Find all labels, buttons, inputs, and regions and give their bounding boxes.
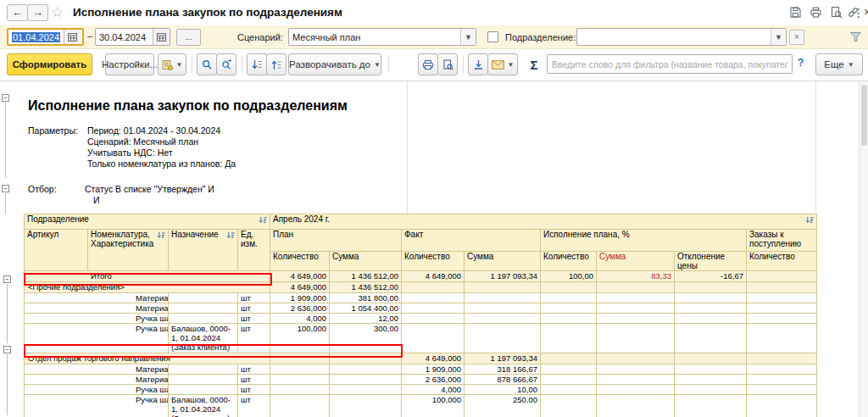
- print-preview-button[interactable]: [437, 53, 458, 75]
- cell-unit[interactable]: шт: [238, 324, 270, 353]
- table-row[interactable]: Ручка шариковая,Балашов, 0000-1, 01.04.2…: [25, 324, 817, 353]
- cell-plan-qty[interactable]: 1 909,000: [270, 293, 330, 303]
- cell-fact-sum[interactable]: [465, 282, 541, 293]
- cell-plan-sum[interactable]: [330, 395, 402, 417]
- table-row[interactable]: Материал 2,шт2 636,000878 666,67: [25, 375, 817, 385]
- cell-plan-sum[interactable]: 1 436 512,00: [330, 282, 402, 293]
- header-period[interactable]: Апрель 2024 г.: [270, 214, 817, 230]
- period-more-button[interactable]: ...: [176, 29, 201, 46]
- cell-exec-qty[interactable]: [541, 353, 597, 364]
- cell-nomenclature[interactable]: Материал 2,: [25, 375, 169, 385]
- cell-group-name[interactable]: Отдел продаж торгового направления: [25, 353, 270, 364]
- scenario-combobox[interactable]: Месячный план ▼: [288, 28, 476, 46]
- cell-price-dev[interactable]: [675, 282, 747, 293]
- cell-unit[interactable]: шт: [238, 385, 270, 395]
- cell-nomenclature[interactable]: Ручка шариковая,: [25, 395, 169, 417]
- department-clear-button[interactable]: ×: [789, 30, 804, 45]
- cell-fact-sum[interactable]: 318 166,67: [465, 364, 541, 375]
- header-price-dev[interactable]: Отклонение цены: [675, 252, 747, 271]
- cell-exec-sum[interactable]: [597, 314, 675, 324]
- print-icon[interactable]: [808, 6, 823, 19]
- cell-fact-sum[interactable]: 878 666,67: [465, 375, 541, 385]
- table-row[interactable]: Ручка шариковая,шт4,00012,00: [25, 314, 817, 324]
- sort-icon[interactable]: [805, 216, 814, 226]
- cell-plan-sum[interactable]: [330, 385, 402, 395]
- cell-orders-qty[interactable]: [747, 324, 817, 353]
- collapse-toggle[interactable]: −: [2, 185, 9, 192]
- expand-groups-button[interactable]: [247, 53, 267, 75]
- department-checkbox[interactable]: [487, 31, 498, 42]
- cell-plan-qty[interactable]: 4 649,000: [270, 282, 330, 293]
- cell-plan-sum[interactable]: [330, 353, 402, 364]
- cell-exec-qty[interactable]: [541, 375, 597, 385]
- header-purpose[interactable]: Назначение: [169, 230, 238, 271]
- cell-exec-qty[interactable]: [541, 324, 597, 353]
- header-qty[interactable]: Количество: [402, 252, 465, 271]
- cell-price-dev[interactable]: [675, 395, 747, 417]
- expand-to-button[interactable]: Разворачивать до▼: [288, 53, 381, 75]
- cell-nomenclature[interactable]: Материал 1,: [25, 364, 169, 375]
- date-to-value[interactable]: 30.04.2024: [96, 32, 153, 42]
- cell-fact-sum[interactable]: 1 197 093,34: [465, 353, 541, 364]
- cell-fact-qty[interactable]: 2 636,000: [402, 375, 465, 385]
- cell-exec-qty[interactable]: [541, 364, 597, 375]
- header-nomenclature[interactable]: Номенклатура, Характеристика: [88, 230, 169, 271]
- cell-exec-sum[interactable]: [597, 324, 675, 353]
- cell-exec-qty[interactable]: [541, 303, 597, 314]
- cell-nomenclature[interactable]: Ручка шариковая,: [25, 314, 169, 324]
- help-button[interactable]: ?: [798, 57, 804, 69]
- cell-plan-qty[interactable]: [270, 364, 330, 375]
- table-row[interactable]: Ручка шариковая,шт4,00010,00: [25, 385, 817, 395]
- cell-price-dev[interactable]: [675, 324, 747, 353]
- cell-unit[interactable]: шт: [238, 293, 270, 303]
- cell-exec-qty[interactable]: [541, 293, 597, 303]
- header-article[interactable]: Артикул: [25, 230, 88, 271]
- cell-price-dev[interactable]: [675, 314, 747, 324]
- cell-fact-qty[interactable]: 100,000: [402, 395, 465, 417]
- cell-purpose[interactable]: Балашов, 0000-1, 01.04.2024 (Заказ клиен…: [169, 324, 238, 353]
- cell-price-dev[interactable]: [675, 364, 747, 375]
- header-department[interactable]: Подразделение: [25, 214, 270, 230]
- cell-plan-sum[interactable]: 12,00: [330, 314, 402, 324]
- search-next-button[interactable]: [216, 53, 236, 75]
- cell-nomenclature[interactable]: Ручка шариковая,: [25, 324, 169, 353]
- cell-exec-sum[interactable]: [597, 385, 675, 395]
- cell-purpose[interactable]: [169, 293, 238, 303]
- cell-orders-qty[interactable]: [747, 364, 817, 375]
- cell-group-name[interactable]: <Прочие подразделения>: [25, 282, 270, 293]
- collapse-toggle[interactable]: −: [2, 94, 9, 102]
- cell-fact-sum[interactable]: [465, 293, 541, 303]
- cell-exec-qty[interactable]: [541, 282, 597, 293]
- cell-exec-sum[interactable]: [597, 293, 675, 303]
- cell-price-dev[interactable]: [675, 385, 747, 395]
- cell-exec-sum[interactable]: [597, 364, 675, 375]
- cell-plan-qty[interactable]: 2 636,000: [270, 303, 330, 314]
- table-row[interactable]: Материал 2,шт2 636,0001 054 400,00: [25, 303, 817, 314]
- cell-exec-sum[interactable]: [597, 282, 675, 293]
- cell-purpose[interactable]: [169, 364, 238, 375]
- cell-fact-qty[interactable]: [402, 314, 465, 324]
- cell-orders-qty[interactable]: [747, 314, 817, 324]
- date-to-input[interactable]: 30.04.2024: [95, 28, 170, 46]
- cell-fact-qty[interactable]: 1 909,000: [402, 364, 465, 375]
- scrollbar-thumb[interactable]: [861, 85, 867, 146]
- cell-plan-sum[interactable]: 381 800,00: [330, 293, 402, 303]
- favorite-star-icon[interactable]: ☆: [51, 3, 64, 21]
- cell-purpose[interactable]: [169, 385, 238, 395]
- cell-plan-qty[interactable]: 4,000: [270, 314, 330, 324]
- filter-funnel-icon[interactable]: [849, 31, 862, 46]
- cell-orders-qty[interactable]: [747, 271, 817, 282]
- cell-unit[interactable]: шт: [238, 395, 270, 417]
- cell-orders-qty[interactable]: [747, 303, 817, 314]
- cell-orders-qty[interactable]: [747, 353, 817, 364]
- cell-exec-sum[interactable]: [597, 375, 675, 385]
- header-execution[interactable]: Исполнение плана, %: [541, 230, 747, 252]
- header-qty[interactable]: Количество: [747, 252, 817, 271]
- cell-plan-qty[interactable]: 100,000: [270, 324, 330, 353]
- table-row[interactable]: <Прочие подразделения>4 649,0001 436 512…: [25, 282, 817, 293]
- cell-fact-sum[interactable]: 1 197 093,34: [465, 271, 541, 282]
- cell-fact-qty[interactable]: 4,000: [402, 385, 465, 395]
- cell-fact-qty[interactable]: 4 649,000: [402, 353, 465, 364]
- cell-purpose[interactable]: Балашов, 0000-1, 01.04.2024 (Заказ клиен…: [169, 395, 238, 417]
- calendar-icon[interactable]: [64, 30, 81, 44]
